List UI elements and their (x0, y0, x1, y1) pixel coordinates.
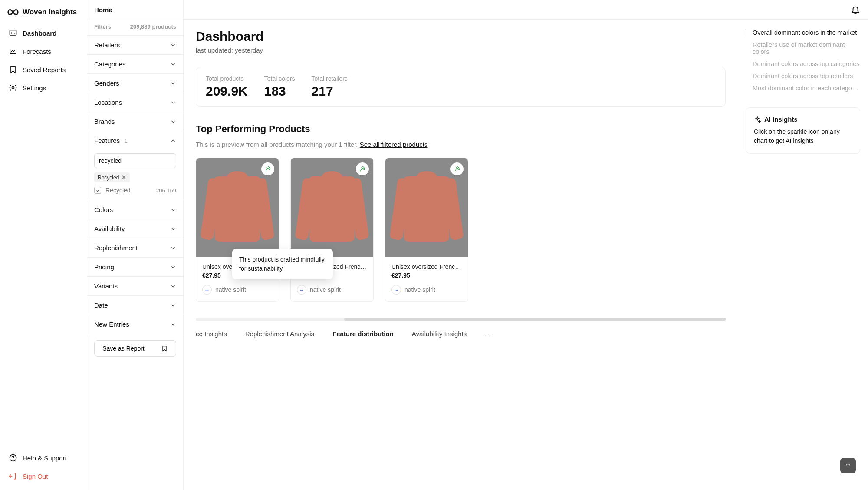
product-cards: This product is crafted mindfully for su… (196, 158, 726, 302)
bookmark-icon (161, 345, 168, 352)
brand-logo: Woven Insights (0, 5, 87, 24)
filter-features[interactable]: Features 1 (87, 131, 183, 150)
brand-logo-icon: ••• (391, 285, 401, 295)
product-card[interactable]: Unisex oversized French… €27.95 •••nativ… (290, 158, 374, 302)
notifications-icon[interactable] (851, 5, 860, 14)
filter-retailers[interactable]: Retailers (87, 36, 183, 55)
leaf-icon (359, 166, 366, 172)
sustainability-tooltip: This product is crafted mindfully for su… (232, 249, 333, 279)
preview-text: This is a preview from all products matc… (196, 141, 726, 148)
filter-chip-recycled[interactable]: Recycled ✕ (94, 172, 130, 182)
sparkle-icon (754, 116, 761, 123)
chevron-down-icon (170, 99, 176, 106)
svg-point-1 (12, 87, 14, 89)
filters-label: Filters (94, 23, 111, 30)
product-image (196, 158, 279, 257)
feature-option-recycled[interactable]: Recycled 206,169 (94, 187, 176, 194)
product-brand: native spirit (215, 286, 246, 293)
product-card[interactable]: Unisex oversized French… €27.95 •••nativ… (385, 158, 468, 302)
chevron-up-icon (170, 138, 176, 144)
brand-logo-icon: ••• (202, 285, 212, 295)
nav-forecasts[interactable]: Forecasts (3, 43, 83, 60)
signout-icon (9, 472, 17, 480)
section-link[interactable]: Retailers use of market dominant colors (746, 41, 860, 55)
section-nav: Overall dominant colors in the market Re… (746, 29, 860, 92)
brand-logo-icon: ••• (297, 285, 306, 295)
filter-colors[interactable]: Colors (87, 200, 183, 219)
tabs-more-icon[interactable]: ⋯ (485, 329, 493, 338)
leaf-icon (454, 166, 460, 172)
save-as-report-button[interactable]: Save as Report (94, 340, 176, 357)
leaf-icon (264, 166, 271, 172)
left-sidebar: Woven Insights Dashboard Forecasts Saved… (0, 0, 87, 490)
ai-insights-card: AI Insights Click on the sparkle icon on… (746, 107, 860, 154)
sustainability-badge[interactable] (356, 162, 369, 175)
filter-brands[interactable]: Brands (87, 112, 183, 131)
features-search-input[interactable] (94, 153, 176, 168)
product-name: Unisex oversized French… (391, 263, 462, 270)
nav-label: Sign Out (23, 473, 48, 480)
section-link[interactable]: Dominant colors across top categories (746, 60, 860, 67)
insight-tabs: ce Insights Replenishment Analysis Featu… (196, 329, 726, 338)
chevron-down-icon (170, 302, 176, 308)
nav-signout[interactable]: Sign Out (3, 467, 83, 485)
sustainability-badge[interactable] (261, 162, 274, 175)
filter-locations[interactable]: Locations (87, 93, 183, 112)
tab-item[interactable]: Feature distribution (332, 330, 394, 338)
nav-dashboard[interactable]: Dashboard (3, 24, 83, 42)
filter-new-entries[interactable]: New Entries (87, 315, 183, 334)
horizontal-scrollbar[interactable] (196, 318, 726, 321)
tab-item[interactable]: ce Insights (196, 330, 227, 338)
filter-availability[interactable]: Availability (87, 219, 183, 238)
checkbox-checked-icon[interactable] (94, 187, 101, 194)
filters-panel: Home Filters 209,889 products Retailers … (87, 0, 184, 490)
section-link[interactable]: Dominant colors across top retailers (746, 73, 860, 79)
filter-categories[interactable]: Categories (87, 55, 183, 74)
product-image (385, 158, 468, 257)
filter-variants[interactable]: Variants (87, 277, 183, 296)
filters-header: Filters 209,889 products (87, 18, 183, 36)
dashboard-content: Dashboard last updated: yesterday Total … (184, 20, 738, 356)
chevron-down-icon (170, 42, 176, 48)
chip-remove-icon[interactable]: ✕ (122, 174, 126, 181)
stat-total-retailers: Total retailers 217 (312, 75, 348, 99)
nav-label: Dashboard (23, 30, 56, 37)
nav-label: Settings (23, 84, 46, 92)
chevron-down-icon (170, 245, 176, 251)
chart-line-icon (9, 47, 17, 56)
help-icon (9, 454, 17, 462)
nav-saved-reports[interactable]: Saved Reports (3, 61, 83, 78)
tab-item[interactable]: Availability Insights (412, 330, 467, 338)
chevron-down-icon (170, 264, 176, 270)
right-rail: Overall dominant colors in the market Re… (738, 20, 868, 356)
product-card[interactable]: Unisex oversized French… €27.95 •••nativ… (196, 158, 279, 302)
filter-pricing[interactable]: Pricing (87, 258, 183, 277)
tab-item[interactable]: Replenishment Analysis (245, 330, 314, 338)
nav-label: Saved Reports (23, 66, 66, 73)
filter-replenishment[interactable]: Replenishment (87, 238, 183, 258)
stat-total-colors: Total colors 183 (264, 75, 295, 99)
product-brand: native spirit (404, 286, 435, 293)
last-updated: last updated: yesterday (196, 46, 726, 54)
section-link[interactable]: Most dominant color in each category … (746, 85, 860, 92)
chevron-down-icon (170, 283, 176, 289)
see-all-link[interactable]: See all filtered products (360, 141, 428, 148)
filter-genders[interactable]: Genders (87, 74, 183, 93)
chevron-down-icon (170, 61, 176, 67)
bookmark-icon (9, 65, 17, 74)
nav-settings[interactable]: Settings (3, 79, 83, 96)
main-area: Dashboard last updated: yesterday Total … (184, 0, 868, 490)
sustainability-badge[interactable] (450, 162, 464, 175)
chevron-down-icon (170, 321, 176, 328)
filter-date[interactable]: Date (87, 296, 183, 315)
section-title: Top Performing Products (196, 123, 726, 135)
breadcrumb[interactable]: Home (87, 0, 183, 18)
product-price: €27.95 (391, 272, 462, 279)
nav-label: Forecasts (23, 48, 51, 55)
scroll-to-top-button[interactable] (840, 458, 856, 473)
section-link[interactable]: Overall dominant colors in the market (746, 29, 860, 36)
page-title: Dashboard (196, 29, 726, 44)
nav-help[interactable]: Help & Support (3, 449, 83, 467)
brand-name: Woven Insights (23, 8, 77, 17)
nav-label: Help & Support (23, 454, 67, 462)
